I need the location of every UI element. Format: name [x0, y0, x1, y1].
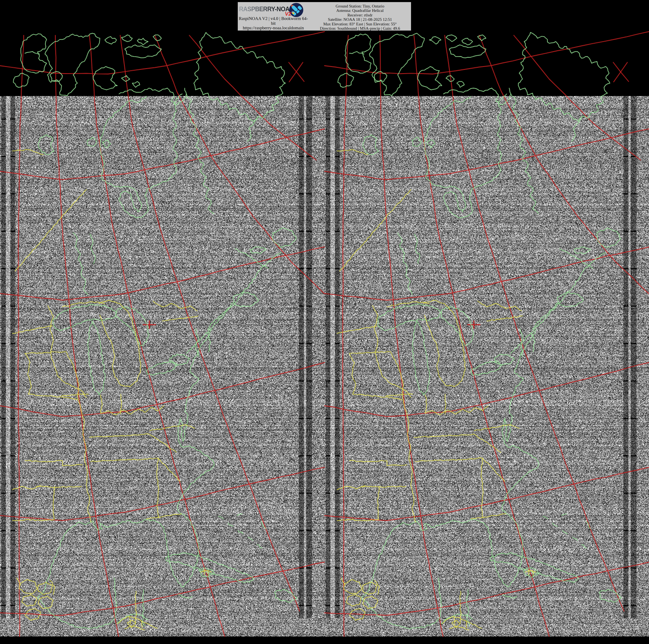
pass-info-line: Receiver: rtlsdr: [309, 13, 411, 17]
pass-info-line: Satellite: NOAA 18 | 21-08-2025 12:51: [309, 17, 411, 21]
app-url: https://raspberry-noaa.localdomain: [239, 26, 308, 30]
raspinoaa-capture-page: RASPBERRY-NOAA V2 RaspiNOAA V2 | v4.0 | …: [0, 0, 649, 644]
logo-block: RASPBERRY-NOAA V2 RaspiNOAA V2 | v4.0 | …: [238, 2, 309, 31]
pass-info-line: Direction: Southbound | MSA-precip | Gai…: [309, 26, 411, 31]
satellite-image-canvas: [0, 0, 649, 644]
app-version-line: RaspiNOAA V2 | v4.0 | Bookworm 64-bit: [239, 16, 308, 26]
pass-info-line: Max Elevation: 83° East | Sun Elevation:…: [309, 22, 411, 26]
pass-info-line: Antenna: Quadrafilar Helical: [309, 8, 411, 13]
header-banner: RASPBERRY-NOAA V2 RaspiNOAA V2 | v4.0 | …: [238, 2, 411, 31]
pass-info-block: Ground Station: Tiny, Ontario Antenna: Q…: [309, 2, 411, 31]
pass-info-line: Ground Station: Tiny, Ontario: [309, 4, 411, 8]
